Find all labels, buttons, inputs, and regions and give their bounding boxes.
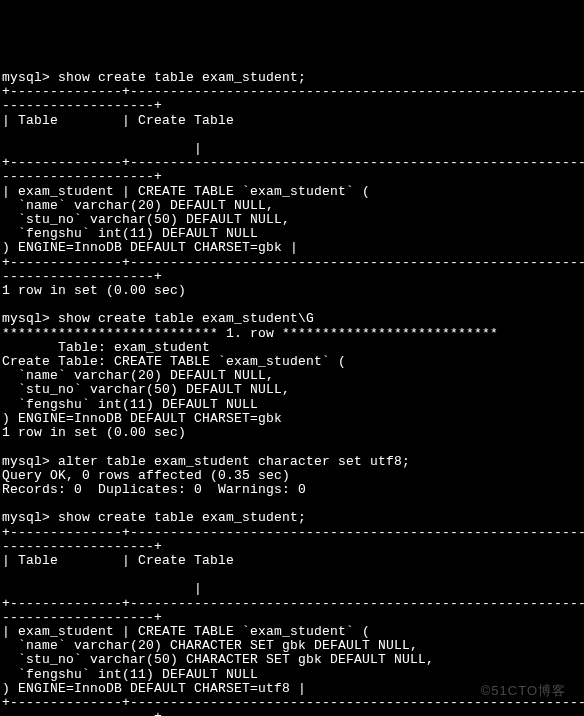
- row-separator-stars: *************************** 1. row *****…: [2, 326, 498, 341]
- table-border-cont: -------------------+: [2, 610, 162, 625]
- create-table-line: `fengshu` int(11) DEFAULT NULL: [2, 667, 258, 682]
- table-border-cont: -------------------+: [2, 709, 162, 716]
- rows-in-set: 1 row in set (0.00 sec): [2, 425, 186, 440]
- prompt: mysql>: [2, 454, 50, 469]
- create-table-line: | exam_student | CREATE TABLE `exam_stud…: [2, 624, 370, 639]
- records-line: Records: 0 Duplicates: 0 Warnings: 0: [2, 482, 306, 497]
- vertical-output-line: `name` varchar(20) DEFAULT NULL,: [2, 368, 274, 383]
- rows-in-set: 1 row in set (0.00 sec): [2, 283, 186, 298]
- prompt: mysql>: [2, 311, 50, 326]
- table-border-cont: -------------------+: [2, 169, 162, 184]
- table-header-pad: |: [2, 141, 202, 156]
- vertical-output-line: `stu_no` varchar(50) DEFAULT NULL,: [2, 382, 290, 397]
- create-table-line: ) ENGINE=InnoDB DEFAULT CHARSET=gbk |: [2, 240, 298, 255]
- table-border: +--------------+------------------------…: [2, 155, 584, 170]
- command-4: show create table exam_student;: [50, 510, 306, 525]
- table-border-cont: -------------------+: [2, 98, 162, 113]
- command-2: show create table exam_student\G: [50, 311, 314, 326]
- vertical-output-line: ) ENGINE=InnoDB DEFAULT CHARSET=gbk: [2, 411, 282, 426]
- create-table-line: `stu_no` varchar(50) DEFAULT NULL,: [2, 212, 290, 227]
- table-border: +--------------+------------------------…: [2, 596, 584, 611]
- command-1: show create table exam_student;: [50, 70, 306, 85]
- create-table-line: `name` varchar(20) DEFAULT NULL,: [2, 198, 274, 213]
- table-header: | Table | Create Table: [2, 553, 234, 568]
- command-3: alter table exam_student character set u…: [50, 454, 410, 469]
- vertical-output-line: `fengshu` int(11) DEFAULT NULL: [2, 397, 258, 412]
- prompt: mysql>: [2, 510, 50, 525]
- terminal-output: mysql> show create table exam_student; +…: [0, 71, 584, 716]
- table-border: +--------------+------------------------…: [2, 84, 584, 99]
- create-table-line: ) ENGINE=InnoDB DEFAULT CHARSET=utf8 |: [2, 681, 306, 696]
- table-border: +--------------+------------------------…: [2, 255, 584, 270]
- prompt: mysql>: [2, 70, 50, 85]
- query-ok-line: Query OK, 0 rows affected (0.35 sec): [2, 468, 290, 483]
- create-table-line: | exam_student | CREATE TABLE `exam_stud…: [2, 184, 370, 199]
- create-table-line: `stu_no` varchar(50) CHARACTER SET gbk D…: [2, 652, 434, 667]
- create-table-line: `fengshu` int(11) DEFAULT NULL: [2, 226, 258, 241]
- table-border-cont: -------------------+: [2, 269, 162, 284]
- table-header-pad: |: [2, 581, 202, 596]
- table-border-cont: -------------------+: [2, 539, 162, 554]
- create-table-line: `name` varchar(20) CHARACTER SET gbk DEF…: [2, 638, 418, 653]
- vertical-output-line: Table: exam_student: [2, 340, 210, 355]
- vertical-output-line: Create Table: CREATE TABLE `exam_student…: [2, 354, 346, 369]
- table-border: +--------------+------------------------…: [2, 525, 584, 540]
- table-header: | Table | Create Table: [2, 113, 234, 128]
- table-border: +--------------+------------------------…: [2, 695, 584, 710]
